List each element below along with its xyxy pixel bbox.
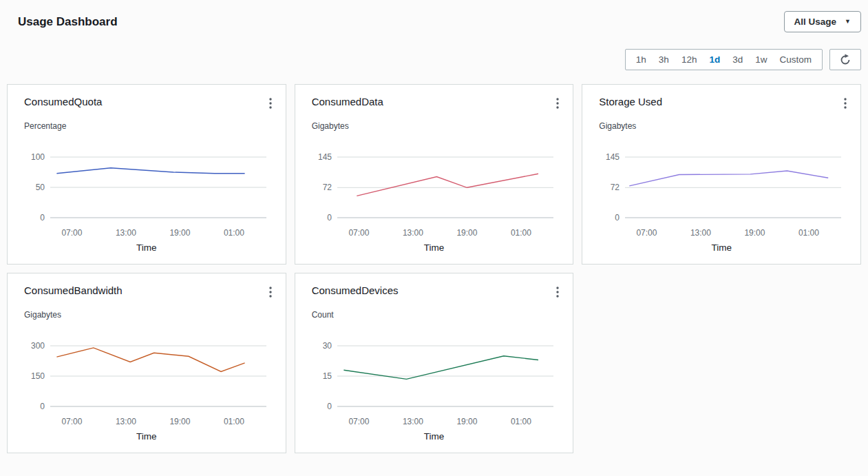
svg-text:07:00: 07:00 — [349, 228, 370, 238]
svg-text:0: 0 — [615, 213, 620, 223]
x-axis-label: Time — [295, 242, 573, 253]
page-title: Usage Dashboard — [18, 15, 118, 29]
chart-card-consumed-quota: ConsumedQuota Percentage 10050007:0013:0… — [7, 84, 286, 265]
dashboard-grid: ConsumedQuota Percentage 10050007:0013:0… — [7, 84, 861, 453]
chart-unit-label: Gigabytes — [582, 114, 860, 131]
svg-text:15: 15 — [323, 371, 332, 381]
chart-title: Storage Used — [599, 96, 662, 107]
usage-filter-label: All Usage — [794, 17, 837, 27]
svg-text:01:00: 01:00 — [798, 228, 819, 238]
usage-dashboard-page: Usage Dashboard All Usage ▼ 1h 3h 12h 1d… — [0, 0, 868, 476]
svg-text:145: 145 — [318, 152, 332, 162]
svg-text:0: 0 — [40, 213, 45, 223]
svg-text:01:00: 01:00 — [224, 228, 244, 238]
line-chart: 14572007:0013:0019:0001:00 — [593, 147, 849, 238]
time-range-1w[interactable]: 1w — [749, 52, 773, 67]
svg-text:19:00: 19:00 — [169, 417, 190, 426]
svg-text:07:00: 07:00 — [61, 417, 82, 426]
time-range-1h[interactable]: 1h — [630, 52, 653, 67]
svg-text:01:00: 01:00 — [511, 228, 531, 238]
time-range-12h[interactable]: 12h — [675, 52, 703, 67]
chart-card-consumed-data: ConsumedData Gigabytes 14572007:0013:001… — [295, 84, 574, 265]
chart-title: ConsumedBandwidth — [24, 284, 123, 296]
top-bar: Usage Dashboard All Usage ▼ — [0, 0, 868, 32]
svg-text:13:00: 13:00 — [403, 228, 423, 238]
refresh-button[interactable] — [829, 49, 861, 70]
line-chart: 10050007:0013:0019:0001:00 — [19, 147, 275, 238]
usage-filter-dropdown[interactable]: All Usage ▼ — [784, 11, 861, 32]
x-axis-label: Time — [295, 431, 573, 442]
kebab-menu-icon[interactable] — [838, 96, 852, 114]
time-range-3d[interactable]: 3d — [726, 52, 749, 67]
svg-text:19:00: 19:00 — [745, 228, 765, 238]
time-range-3h[interactable]: 3h — [653, 52, 675, 67]
svg-text:100: 100 — [31, 152, 45, 162]
svg-text:07:00: 07:00 — [349, 417, 370, 426]
time-range-selector: 1h 3h 12h 1d 3d 1w Custom — [625, 49, 823, 70]
chart-card-storage-used: Storage Used Gigabytes 14572007:0013:001… — [582, 84, 861, 265]
svg-text:13:00: 13:00 — [116, 417, 136, 426]
svg-text:19:00: 19:00 — [169, 228, 190, 238]
chart-unit-label: Gigabytes — [295, 114, 573, 131]
time-range-custom[interactable]: Custom — [773, 52, 818, 67]
chart-title: ConsumedDevices — [312, 284, 399, 296]
dropdown-caret-icon: ▼ — [845, 19, 851, 25]
chart-unit-label: Percentage — [8, 114, 286, 131]
line-chart: 14572007:0013:0019:0001:00 — [306, 147, 562, 238]
svg-text:01:00: 01:00 — [511, 417, 531, 426]
svg-text:30: 30 — [323, 341, 332, 351]
svg-text:300: 300 — [31, 341, 45, 351]
svg-text:72: 72 — [323, 183, 332, 192]
kebab-menu-icon[interactable] — [264, 284, 277, 302]
svg-text:50: 50 — [35, 183, 45, 192]
chart-card-consumed-devices: ConsumedDevices Count 3015007:0013:0019:… — [295, 273, 574, 453]
x-axis-label: Time — [8, 242, 286, 253]
chart-title: ConsumedData — [312, 96, 383, 107]
svg-text:150: 150 — [31, 371, 45, 381]
svg-text:0: 0 — [40, 402, 45, 411]
svg-text:07:00: 07:00 — [637, 228, 657, 238]
x-axis-label: Time — [8, 431, 286, 442]
svg-text:01:00: 01:00 — [224, 417, 244, 426]
chart-title: ConsumedQuota — [24, 96, 102, 107]
line-chart: 3015007:0013:0019:0001:00 — [306, 336, 562, 427]
svg-text:0: 0 — [328, 402, 332, 411]
kebab-menu-icon[interactable] — [551, 284, 564, 302]
chart-card-consumed-bandwidth: ConsumedBandwidth Gigabytes 300150007:00… — [7, 273, 286, 453]
x-axis-label: Time — [582, 242, 860, 253]
kebab-menu-icon[interactable] — [264, 96, 277, 114]
svg-text:0: 0 — [328, 213, 332, 223]
time-controls: 1h 3h 12h 1d 3d 1w Custom — [7, 49, 861, 70]
svg-text:145: 145 — [606, 152, 620, 162]
svg-text:13:00: 13:00 — [403, 417, 423, 426]
time-range-1d[interactable]: 1d — [703, 52, 726, 67]
svg-text:72: 72 — [611, 183, 620, 192]
chart-unit-label: Gigabytes — [8, 302, 286, 320]
kebab-menu-icon[interactable] — [551, 96, 564, 114]
chart-unit-label: Count — [295, 302, 573, 320]
refresh-icon — [839, 54, 851, 66]
svg-text:13:00: 13:00 — [690, 228, 711, 238]
line-chart: 300150007:0013:0019:0001:00 — [19, 336, 275, 427]
svg-text:19:00: 19:00 — [457, 417, 478, 426]
svg-text:19:00: 19:00 — [457, 228, 478, 238]
svg-text:07:00: 07:00 — [61, 228, 82, 238]
svg-text:13:00: 13:00 — [116, 228, 136, 238]
